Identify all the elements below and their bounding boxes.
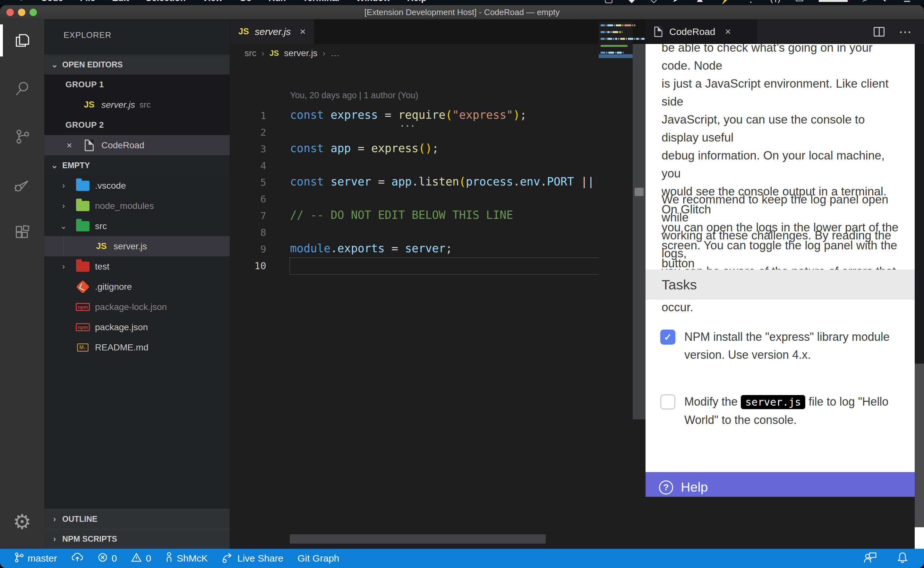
menu-items: ●CodeFileEditSelectionViewGoRunTerminalW… (19, 0, 427, 5)
status-item-git-graph[interactable]: Git Graph (297, 553, 339, 564)
status-item-master[interactable]: master (14, 552, 57, 565)
menu-item-edit[interactable]: Edit (112, 0, 129, 5)
tree-item-readme-md[interactable]: M↓README.md (44, 337, 230, 358)
minimap[interactable] (599, 22, 633, 355)
menu-item-window[interactable]: Window (356, 0, 390, 5)
menu-item-view[interactable]: View (202, 0, 223, 5)
menu-status-icon[interactable]: ➤ (672, 0, 680, 5)
apple-menu-icon[interactable]: ● (19, 0, 24, 5)
scrollbar-thumb[interactable] (915, 364, 924, 527)
menu-status-icon[interactable]: ⚡ (719, 0, 731, 5)
task-checkbox-checked[interactable]: ✓ (660, 329, 675, 344)
run-debug-icon[interactable] (0, 169, 44, 201)
status-item-label: master (27, 553, 57, 564)
breadcrumb-file[interactable]: server.js (284, 48, 317, 58)
menu-status-icon[interactable]: ◆ (628, 0, 635, 5)
tree-item-package-json[interactable]: npmpackage.json (44, 317, 230, 337)
settings-gear-icon[interactable]: ⚙ (0, 506, 44, 538)
menu-item-go[interactable]: Go (239, 0, 252, 5)
status-item-live-share[interactable]: Live Share (222, 552, 283, 565)
menu-item-selection[interactable]: Selection (146, 0, 185, 5)
editor-vertical-scrollbar[interactable] (633, 44, 645, 419)
close-tab-icon[interactable]: × (300, 26, 306, 38)
status-item-label: ShMcK (177, 553, 208, 564)
menu-item-code[interactable]: Code (41, 0, 63, 5)
split-editor-icon[interactable] (874, 27, 885, 36)
tree-item--vscode[interactable]: ›.vscode (44, 175, 230, 196)
outline-section-header[interactable]: › OUTLINE (44, 509, 230, 529)
status-item-shmck[interactable]: ShMcK (165, 552, 208, 565)
code-editor[interactable]: 1const express = require("express");23co… (230, 102, 599, 442)
paragraph-line: JavaScript, you can use the console to d… (662, 111, 899, 147)
js-file-icon: JS (270, 49, 279, 58)
menu-status-icon[interactable]: ◇ (650, 0, 657, 5)
live-share-icon (222, 552, 234, 565)
editor-group-label: GROUP 2 (44, 115, 230, 135)
window-title: [Extension Development Host] - CodeRoad … (0, 5, 924, 19)
tree-item-node-modules[interactable]: ›node_modules (44, 196, 230, 216)
scrollbar-thumb[interactable] (635, 188, 644, 196)
task-text: Modify the server.js file to log "HelloW… (684, 393, 888, 429)
open-editors-header[interactable]: ⌄ OPEN EDITORS (44, 54, 230, 74)
menu-status-icon[interactable]: ◐ (883, 0, 888, 5)
editor-group-label: GROUP 1 (44, 74, 230, 95)
open-editor-item-coderoad[interactable]: ×CodeRoad (44, 135, 230, 155)
panel-scrollbar[interactable] (915, 44, 924, 549)
help-button[interactable]: ? Help (645, 472, 915, 497)
search-icon[interactable] (0, 73, 44, 104)
code-chip: server.js (741, 395, 805, 409)
close-editor-icon[interactable]: × (63, 140, 76, 151)
source-control-icon[interactable] (0, 121, 44, 153)
open-editor-item-server.js[interactable]: JSserver.jssrc (44, 95, 230, 115)
menu-status-icon[interactable]: ≣ (903, 0, 911, 5)
task-checkbox-unchecked[interactable] (660, 394, 675, 409)
status-item-bell-icon[interactable] (897, 551, 908, 565)
line-number: 8 (244, 227, 266, 238)
file-icon (82, 138, 96, 153)
open-editor-label: server.js (101, 100, 135, 110)
status-item-0[interactable]: 0 (98, 552, 117, 565)
group-name: GROUP 1 (65, 80, 104, 89)
menu-item-file[interactable]: File (80, 0, 95, 5)
extensions-icon[interactable] (0, 217, 44, 249)
line-number: 7 (244, 210, 266, 221)
menu-status-icon[interactable]: ▭ (795, 0, 804, 5)
task-text-line: World" to the console. (684, 411, 888, 429)
js-icon: JS (82, 98, 96, 112)
tree-item-test[interactable]: ›test (44, 257, 230, 276)
panel-more-actions-icon[interactable]: ⋯ (898, 24, 912, 39)
tree-item-package-lock-json[interactable]: npmpackage-lock.json (44, 297, 230, 317)
paragraph-line: We recommend to keep the log panel open … (662, 190, 899, 227)
menu-item-run[interactable]: Run (268, 0, 286, 5)
tab-coderoad[interactable]: CodeRoad × (646, 19, 757, 44)
menu-item-help[interactable]: Help (407, 0, 427, 5)
menu-status-icon[interactable]: ▢ (604, 0, 613, 5)
status-item-cloud-upload-icon[interactable] (71, 552, 83, 565)
npm-scripts-section-header[interactable]: › NPM SCRIPTS (44, 529, 230, 549)
editor-horizontal-scrollbar[interactable] (290, 534, 546, 544)
menu-status-icon[interactable]: ▲ (695, 0, 705, 5)
task-text-line: version. Use version 4.x. (684, 346, 890, 364)
breadcrumb-folder[interactable]: src (244, 48, 256, 58)
menu-status-icon[interactable]: ⋮ (746, 0, 756, 5)
menu-status-icon[interactable]: ▬▬▬ (819, 0, 848, 5)
error-circle-icon (98, 552, 108, 565)
tree-item-src[interactable]: ⌄src (44, 216, 230, 236)
tree-item--gitignore[interactable]: .gitignore (44, 276, 230, 297)
src-folder-icon (76, 219, 90, 233)
explorer-icon[interactable] (0, 24, 44, 56)
menu-status-icon[interactable]: ⌕ (862, 0, 868, 5)
chevron-down-icon: ⌄ (58, 221, 69, 231)
tree-item-label: server.js (113, 241, 147, 252)
menu-status-icon[interactable]: ⑴ (771, 0, 780, 5)
tab-server-js[interactable]: JS server.js × (230, 19, 314, 44)
line-number: 9 (244, 243, 266, 255)
menu-item-terminal[interactable]: Terminal (303, 0, 339, 5)
breadcrumb-symbol[interactable]: … (330, 48, 339, 58)
tree-item-server-js[interactable]: JSserver.js (44, 236, 230, 257)
folder-section-header-empty[interactable]: ⌄ EMPTY (44, 155, 230, 175)
question-circle-icon: ? (659, 480, 673, 494)
status-item-0[interactable]: 0 (131, 552, 151, 565)
status-item-feedback-icon[interactable] (864, 551, 877, 565)
close-tab-icon[interactable]: × (725, 26, 731, 38)
